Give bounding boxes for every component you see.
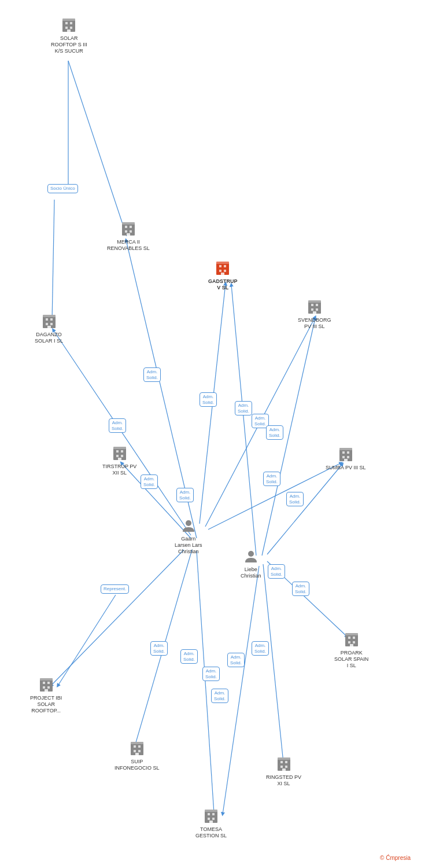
label-ringsted: RINGSTED PV XI SL bbox=[266, 774, 301, 787]
svg-rect-75 bbox=[353, 641, 355, 643]
svg-rect-39 bbox=[221, 273, 224, 275]
svg-rect-41 bbox=[308, 300, 321, 303]
person-icon-gaarn bbox=[180, 518, 197, 534]
svg-rect-37 bbox=[219, 270, 221, 272]
svg-rect-88 bbox=[134, 750, 136, 752]
building-icon-solar-rooftop-siii bbox=[60, 16, 77, 34]
svg-rect-23 bbox=[65, 27, 68, 29]
badge-adm-solid-11: Adm.Solid. bbox=[268, 564, 285, 579]
building-icon-project-ibi bbox=[38, 676, 55, 693]
badge-adm-solid-16: Adm.Solid. bbox=[227, 653, 245, 667]
svg-rect-92 bbox=[278, 757, 290, 760]
svg-rect-53 bbox=[47, 326, 51, 328]
svg-rect-32 bbox=[127, 233, 130, 236]
svg-rect-30 bbox=[125, 230, 127, 233]
svg-rect-76 bbox=[350, 644, 353, 646]
badge-adm-solid-2: Adm.Solid. bbox=[200, 392, 217, 407]
building-icon-merca-ii bbox=[120, 220, 137, 237]
svg-rect-58 bbox=[116, 455, 119, 457]
node-project-ibi: PROJECT IBI SOLAR ROOFTOP... bbox=[30, 676, 62, 713]
badge-adm-solid-12: Adm.Solid. bbox=[292, 582, 309, 596]
svg-rect-71 bbox=[345, 633, 358, 635]
svg-rect-29 bbox=[130, 226, 132, 228]
svg-rect-97 bbox=[282, 768, 286, 771]
building-icon-sumba bbox=[337, 446, 354, 463]
svg-rect-20 bbox=[62, 19, 75, 21]
label-svendborg: SVENDBORG PV III SL bbox=[298, 317, 331, 330]
svg-rect-43 bbox=[316, 304, 318, 306]
svg-rect-100 bbox=[208, 813, 210, 815]
svg-rect-78 bbox=[40, 678, 53, 681]
svg-rect-35 bbox=[219, 265, 221, 267]
svg-rect-44 bbox=[311, 308, 313, 311]
node-merca-ii: MERCA II RENOVABLES SL bbox=[107, 220, 150, 252]
svg-rect-80 bbox=[47, 682, 50, 684]
svg-rect-96 bbox=[285, 766, 287, 768]
svg-rect-94 bbox=[285, 761, 287, 763]
svg-rect-104 bbox=[209, 821, 213, 823]
label-proark: PROARK SOLAR SPAIN I SL bbox=[334, 650, 368, 668]
badge-adm-solid-14: Adm.Solid. bbox=[180, 649, 198, 664]
svg-rect-95 bbox=[280, 766, 283, 768]
svg-rect-65 bbox=[342, 456, 345, 458]
svg-rect-24 bbox=[70, 27, 72, 29]
svg-rect-25 bbox=[67, 30, 71, 32]
label-solar-rooftop-siii: SOLAR ROOFTOP S III K/S SUCUR bbox=[51, 35, 87, 54]
badge-adm-solid-18: Adm.Solid. bbox=[211, 689, 228, 703]
label-liebe: Liebe Christian bbox=[241, 567, 261, 579]
person-icon-liebe bbox=[243, 549, 259, 565]
badge-adm-solid-15: Adm.Solid. bbox=[202, 667, 220, 681]
svg-rect-74 bbox=[348, 641, 350, 643]
svg-rect-83 bbox=[45, 689, 48, 692]
svg-rect-52 bbox=[50, 323, 53, 325]
svg-rect-101 bbox=[212, 813, 215, 815]
svg-rect-67 bbox=[344, 459, 348, 461]
svg-rect-31 bbox=[130, 230, 132, 233]
node-proark: PROARK SOLAR SPAIN I SL bbox=[334, 631, 368, 668]
svg-rect-51 bbox=[46, 323, 48, 325]
svg-rect-48 bbox=[43, 315, 56, 317]
svg-rect-42 bbox=[311, 304, 313, 306]
svg-rect-102 bbox=[208, 818, 210, 820]
building-icon-suip bbox=[128, 740, 146, 757]
building-icon-gadstrup bbox=[214, 259, 231, 277]
node-sumba: SUMBA PV III SL bbox=[326, 446, 366, 471]
svg-rect-81 bbox=[43, 686, 45, 689]
badge-adm-solid-9: Adm.Solid. bbox=[263, 472, 280, 486]
svg-rect-59 bbox=[121, 455, 123, 457]
node-ringsted: RINGSTED PV XI SL bbox=[266, 755, 301, 787]
svg-rect-27 bbox=[122, 222, 135, 225]
svg-rect-63 bbox=[342, 451, 345, 454]
svg-rect-22 bbox=[70, 22, 72, 24]
node-svendborg: SVENDBORG PV III SL bbox=[298, 298, 331, 330]
svg-point-69 bbox=[248, 551, 254, 557]
svg-rect-82 bbox=[47, 686, 50, 689]
badge-adm-solid-13: Adm.Solid. bbox=[150, 641, 168, 656]
badge-adm-solid-1: Adm.Solid. bbox=[143, 367, 161, 382]
badge-adm-solid-5: Adm.Solid. bbox=[266, 425, 283, 440]
svg-line-1 bbox=[52, 200, 54, 321]
node-liebe: Liebe Christian bbox=[241, 549, 261, 579]
building-icon-proark bbox=[343, 631, 360, 648]
node-solar-rooftop-siii: SOLAR ROOFTOP S III K/S SUCUR bbox=[51, 16, 87, 54]
svg-rect-62 bbox=[339, 448, 352, 450]
label-daganzo: DAGANZO SOLAR I SL bbox=[35, 332, 63, 344]
svg-line-10 bbox=[197, 551, 214, 813]
svg-rect-87 bbox=[138, 745, 141, 748]
svg-rect-45 bbox=[316, 308, 318, 311]
building-icon-ringsted bbox=[275, 755, 293, 773]
svg-rect-90 bbox=[135, 753, 139, 755]
building-icon-tomesa bbox=[202, 807, 220, 825]
svg-rect-50 bbox=[50, 318, 53, 321]
svg-rect-60 bbox=[118, 458, 121, 460]
copyright: © Ćmpresia bbox=[380, 855, 411, 861]
label-project-ibi: PROJECT IBI SOLAR ROOFTOP... bbox=[30, 695, 62, 713]
label-suip: SUIP INFONEGOCIO SL bbox=[115, 759, 160, 771]
svg-rect-57 bbox=[121, 450, 123, 453]
svg-rect-79 bbox=[43, 682, 45, 684]
label-gaarn: Gaarn Larsen Lars Christian bbox=[175, 536, 202, 554]
svg-rect-86 bbox=[134, 745, 136, 748]
svg-rect-93 bbox=[280, 761, 283, 763]
svg-rect-34 bbox=[216, 262, 229, 264]
badge-adm-solid-8: Adm.Solid. bbox=[176, 488, 194, 502]
